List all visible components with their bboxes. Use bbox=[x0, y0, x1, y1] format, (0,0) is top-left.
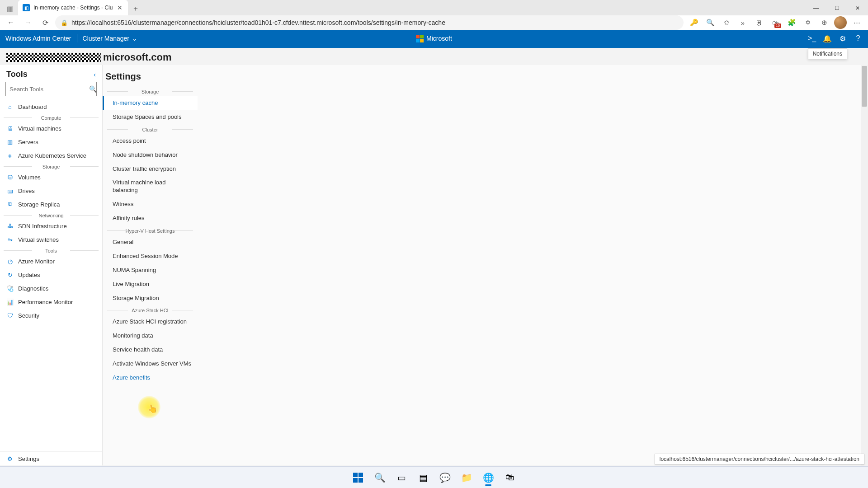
forward-button[interactable]: → bbox=[21, 15, 35, 30]
settings-item-access-point[interactable]: Access point bbox=[103, 134, 198, 148]
favorite-icon[interactable]: ✩ bbox=[719, 15, 734, 30]
sidebar-item-volumes[interactable]: ⛁Volumes bbox=[0, 170, 102, 184]
sidebar-item-servers[interactable]: ▥Servers bbox=[0, 135, 102, 149]
settings-item-in-memory-cache[interactable]: In-memory cache bbox=[103, 96, 198, 110]
browser-chrome: ▥ ◧ In-memory cache - Settings - Clu ✕ ＋… bbox=[0, 0, 868, 29]
sidebar-item-performance-monitor[interactable]: 📊Performance Monitor bbox=[0, 295, 102, 309]
sidebar-item-settings[interactable]: ⚙ Settings bbox=[0, 451, 102, 465]
sidebar-item-label: Dashboard bbox=[18, 103, 47, 110]
new-tab-button[interactable]: ＋ bbox=[129, 2, 142, 15]
sidebar-item-label: Virtual machines bbox=[18, 125, 61, 132]
edge-button[interactable]: 🌐 bbox=[479, 469, 498, 487]
scrollbar[interactable] bbox=[861, 65, 868, 465]
updates-icon: ↻ bbox=[6, 271, 14, 278]
overflow-extensions-icon[interactable]: » bbox=[735, 15, 750, 30]
task-view-button[interactable]: ▭ bbox=[392, 469, 411, 487]
powershell-icon[interactable]: >_ bbox=[807, 34, 816, 43]
scrollbar-thumb[interactable] bbox=[862, 66, 867, 107]
reload-button[interactable]: ⟳ bbox=[38, 15, 52, 30]
back-button[interactable]: ← bbox=[4, 15, 18, 30]
sidebar-item-storage-replica[interactable]: ⧉Storage Replica bbox=[0, 197, 102, 211]
settings-item-storage-migration[interactable]: Storage Migration bbox=[103, 291, 198, 305]
taskbar-search-button[interactable]: 🔍 bbox=[370, 469, 389, 487]
wac-brand[interactable]: Windows Admin Center bbox=[5, 35, 71, 42]
sidebar-item-label: Diagnostics bbox=[18, 285, 48, 292]
menu-button[interactable]: ⋯ bbox=[849, 15, 864, 30]
settings-item-live-migration[interactable]: Live Migration bbox=[103, 277, 198, 291]
context-dropdown[interactable]: Cluster Manager ⌄ bbox=[83, 35, 138, 42]
password-icon[interactable]: 🔑 bbox=[686, 15, 702, 30]
tools-group-header: Compute bbox=[0, 113, 102, 122]
sidebar-item-azure-monitor[interactable]: ◷Azure Monitor bbox=[0, 254, 102, 268]
collapse-tools-button[interactable]: ‹ bbox=[94, 71, 96, 78]
zoom-icon[interactable]: 🔍 bbox=[703, 15, 718, 30]
settings-gear-icon[interactable]: ⚙ bbox=[838, 34, 847, 43]
profile-button[interactable] bbox=[833, 15, 848, 30]
sidebar-item-sdn-infrastructure[interactable]: 🖧SDN Infrastructure bbox=[0, 219, 102, 233]
settings-item-general[interactable]: General bbox=[103, 235, 198, 249]
sidebar-item-label: Settings bbox=[18, 455, 39, 462]
sidebar-item-diagnostics[interactable]: 🩺Diagnostics bbox=[0, 282, 102, 295]
store-button[interactable]: 🛍 bbox=[500, 469, 519, 487]
tab-actions-button[interactable]: ▥ bbox=[3, 2, 17, 15]
shield-icon[interactable]: ⛨ bbox=[751, 15, 767, 30]
collections-icon[interactable]: ⊕ bbox=[816, 15, 832, 30]
close-tab-button[interactable]: ✕ bbox=[116, 4, 123, 11]
sidebar-item-virtual-switches[interactable]: ⇋Virtual switches bbox=[0, 233, 102, 246]
settings-item-storage-spaces-and-pools[interactable]: Storage Spaces and pools bbox=[103, 110, 198, 124]
search-icon[interactable]: 🔍 bbox=[89, 85, 97, 93]
settings-group-header: Cluster bbox=[107, 124, 193, 134]
help-icon[interactable]: ? bbox=[854, 34, 863, 43]
start-button[interactable] bbox=[349, 469, 368, 487]
url-text: https://localhost:6516/clustermanager/co… bbox=[71, 19, 678, 26]
tab-title: In-memory cache - Settings - Clu bbox=[33, 5, 113, 11]
maximize-button[interactable]: ☐ bbox=[826, 1, 847, 15]
sidebar-item-dashboard[interactable]: ⌂Dashboard bbox=[0, 100, 102, 113]
settings-item-service-health-data[interactable]: Service health data bbox=[103, 343, 198, 357]
settings-item-node-shutdown-behavior[interactable]: Node shutdown behavior bbox=[103, 148, 198, 162]
sidebar-item-updates[interactable]: ↻Updates bbox=[0, 268, 102, 282]
sidebar-item-drives[interactable]: 🖴Drives bbox=[0, 184, 102, 197]
url-input[interactable]: 🔒 https://localhost:6516/clustermanager/… bbox=[55, 15, 684, 30]
sidebar-item-security[interactable]: 🛡Security bbox=[0, 309, 102, 322]
minimize-button[interactable]: — bbox=[806, 1, 826, 15]
settings-item-azure-benefits[interactable]: Azure benefits bbox=[103, 371, 198, 385]
favorites-bar-icon[interactable]: ✡ bbox=[800, 15, 816, 30]
settings-item-numa-spanning[interactable]: NUMA Spanning bbox=[103, 263, 198, 277]
widgets-button[interactable]: ▤ bbox=[414, 469, 433, 487]
settings-group-header: Hyper-V Host Settings bbox=[107, 225, 193, 235]
sidebar-item-azure-kubernetes-service[interactable]: ⎈Azure Kubernetes Service bbox=[0, 149, 102, 162]
settings-item-monitoring-data[interactable]: Monitoring data bbox=[103, 329, 198, 343]
chat-button[interactable]: 💬 bbox=[435, 469, 454, 487]
settings-item-affinity-rules[interactable]: Affinity rules bbox=[103, 211, 198, 225]
vm-icon: 🖥 bbox=[6, 125, 14, 132]
gear-icon: ⚙ bbox=[6, 455, 14, 462]
close-window-button[interactable]: ✕ bbox=[847, 1, 868, 15]
settings-item-activate-windows-server-vms[interactable]: Activate Windows Server VMs bbox=[103, 357, 198, 371]
browser-tab[interactable]: ◧ In-memory cache - Settings - Clu ✕ bbox=[18, 0, 128, 15]
sidebar-item-label: Drives bbox=[18, 188, 35, 194]
server-icon: ▥ bbox=[6, 138, 14, 145]
sidebar-item-virtual-machines[interactable]: 🖥Virtual machines bbox=[0, 122, 102, 135]
file-explorer-button[interactable]: 📁 bbox=[457, 469, 476, 487]
divider bbox=[77, 34, 77, 42]
extensions-icon[interactable]: 🧩 bbox=[784, 15, 799, 30]
settings-item-cluster-traffic-encryption[interactable]: Cluster traffic encryption bbox=[103, 162, 198, 176]
search-input[interactable] bbox=[6, 86, 89, 93]
shopping-icon[interactable]: 🛍10 bbox=[768, 15, 783, 30]
settings-item-azure-stack-hci-registration[interactable]: Azure Stack HCI registration bbox=[103, 315, 198, 329]
sidebar-item-label: Storage Replica bbox=[18, 201, 60, 208]
wac-header: Windows Admin Center Cluster Manager ⌄ M… bbox=[0, 29, 868, 48]
volume-icon: ⛁ bbox=[6, 174, 14, 181]
favicon-icon: ◧ bbox=[23, 4, 30, 11]
sidebar-item-label: Security bbox=[18, 312, 39, 319]
settings-item-witness[interactable]: Witness bbox=[103, 197, 198, 211]
sidebar-item-label: Updates bbox=[18, 272, 40, 278]
settings-item-virtual-machine-load-balancing[interactable]: Virtual machine load balancing bbox=[103, 176, 198, 197]
settings-content bbox=[198, 65, 868, 465]
settings-item-enhanced-session-mode[interactable]: Enhanced Session Mode bbox=[103, 249, 198, 263]
sidebar-item-label: Azure Monitor bbox=[18, 258, 55, 265]
notifications-icon[interactable]: 🔔 bbox=[823, 34, 832, 43]
sidebar-item-label: Volumes bbox=[18, 174, 41, 181]
tools-search[interactable]: 🔍 bbox=[5, 82, 97, 96]
